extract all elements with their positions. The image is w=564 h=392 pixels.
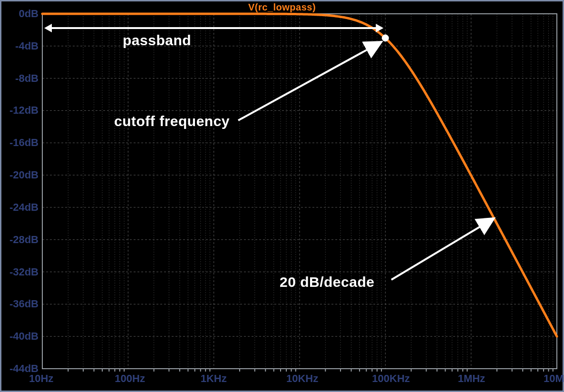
x-tick-label: 1MHz xyxy=(458,372,485,385)
y-tick-label: -8dB xyxy=(5,72,39,85)
x-tick-label: 1KHz xyxy=(201,372,227,385)
x-tick-label: 100KHz xyxy=(372,372,409,385)
bode-plot xyxy=(1,1,564,392)
y-tick-label: -32dB xyxy=(5,266,39,278)
x-tick-label: 10KHz xyxy=(286,372,318,385)
svg-line-119 xyxy=(391,218,494,280)
y-tick-label: -16dB xyxy=(5,137,39,149)
y-tick-label: 0dB xyxy=(5,8,39,20)
plot-window: V(rc_lowpass) passband cutoff frequency … xyxy=(0,0,564,392)
svg-point-116 xyxy=(382,35,389,41)
y-tick-label: -4dB xyxy=(5,40,39,52)
y-tick-label: -12dB xyxy=(5,104,39,117)
svg-line-118 xyxy=(238,42,381,120)
x-tick-label: 10MHz xyxy=(544,372,564,385)
y-tick-label: -24dB xyxy=(5,201,39,214)
annotation-rolloff: 20 dB/decade xyxy=(280,274,374,290)
x-tick-label: 100Hz xyxy=(115,372,145,385)
y-tick-label: -44dB xyxy=(5,363,39,375)
y-tick-label: -40dB xyxy=(5,330,39,343)
annotation-passband: passband xyxy=(123,32,191,49)
y-tick-label: -28dB xyxy=(5,234,39,246)
y-tick-label: -36dB xyxy=(5,298,39,310)
annotation-cutoff: cutoff frequency xyxy=(114,113,230,129)
y-tick-label: -20dB xyxy=(5,169,39,181)
